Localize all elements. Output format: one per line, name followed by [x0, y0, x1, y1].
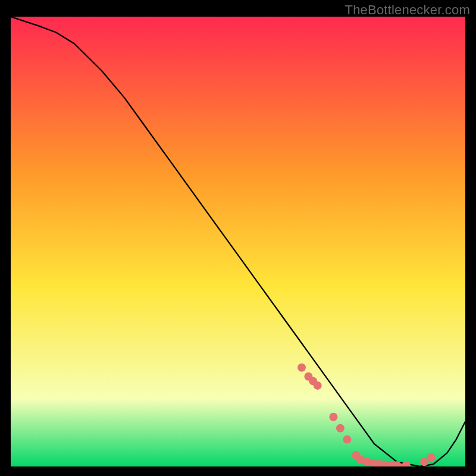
marker-dot: [427, 453, 436, 462]
marker-dot: [336, 424, 345, 433]
chart-svg: [11, 17, 465, 466]
marker-dot: [314, 381, 322, 390]
gradient-background: [11, 17, 465, 466]
watermark-text: TheBottlenecker.com: [345, 2, 470, 18]
marker-dot: [298, 364, 306, 372]
chart-container: TheBottlenecker.com: [0, 0, 476, 476]
marker-dot: [329, 413, 337, 421]
plot-area: [11, 17, 465, 466]
marker-dot: [420, 458, 428, 466]
marker-dot: [343, 436, 351, 444]
